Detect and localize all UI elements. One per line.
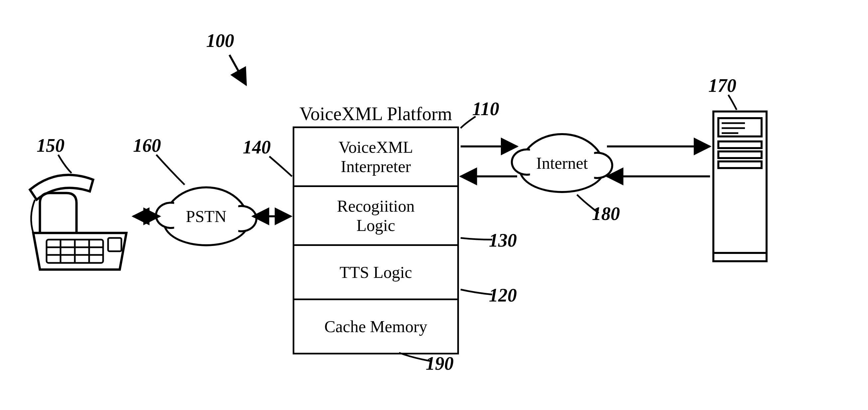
row-recognition: Recogiition Logic: [294, 187, 457, 246]
server-icon: [712, 110, 768, 263]
svg-rect-6: [108, 238, 121, 251]
ref-100: 100: [206, 30, 234, 51]
telephone-icon: [27, 173, 133, 273]
ref-170: 170: [708, 75, 736, 96]
row-tts: TTS Logic: [294, 246, 457, 300]
row-tts-label: TTS Logic: [340, 263, 412, 282]
diagram-canvas: 100 VoiceXML Platform VoiceXML Interpret…: [0, 0, 868, 410]
voicexml-platform-box: VoiceXML Interpreter Recogiition Logic T…: [293, 126, 459, 354]
row-cache-label: Cache Memory: [324, 317, 427, 336]
ref-190: 190: [426, 353, 454, 374]
row-interpreter: VoiceXML Interpreter: [294, 128, 457, 187]
internet-label: Internet: [536, 153, 588, 173]
row-recognition-label: Recogiition Logic: [298, 196, 454, 235]
pstn-cloud: PSTN: [163, 186, 249, 246]
ref-140: 140: [243, 137, 271, 158]
row-cache: Cache Memory: [294, 300, 457, 353]
platform-title: VoiceXML Platform: [293, 103, 459, 124]
ref-180: 180: [592, 203, 620, 224]
row-interpreter-label: VoiceXML Interpreter: [298, 138, 454, 176]
svg-rect-13: [718, 151, 762, 158]
svg-rect-14: [718, 162, 762, 168]
ref-120: 120: [489, 285, 517, 306]
ref-160: 160: [133, 135, 161, 156]
svg-rect-7: [713, 112, 767, 261]
ref-110: 110: [472, 98, 499, 119]
pstn-label: PSTN: [186, 207, 226, 226]
svg-rect-12: [718, 141, 762, 148]
ref-150: 150: [37, 135, 64, 156]
internet-cloud: Internet: [519, 133, 605, 193]
svg-line-16: [229, 55, 246, 85]
ref-130: 130: [489, 230, 517, 251]
